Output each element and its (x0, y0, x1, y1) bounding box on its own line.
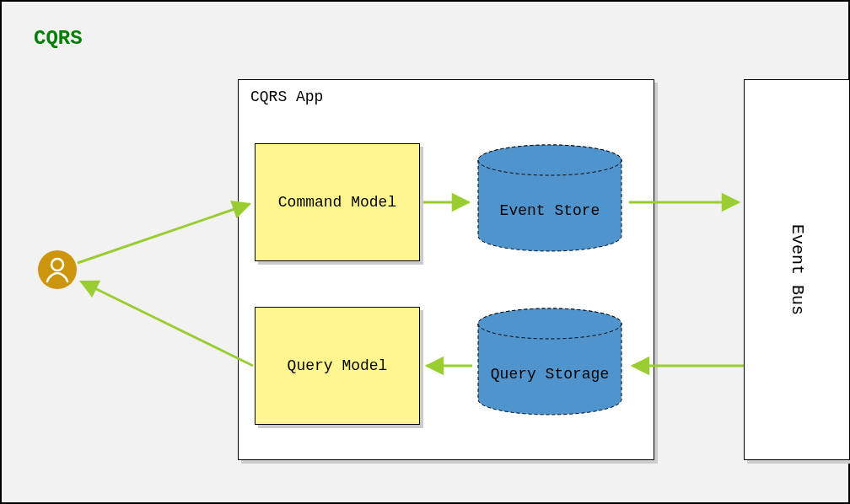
command-model-label: Command Model (278, 194, 396, 211)
event-store-cylinder: Event Store (474, 143, 626, 253)
event-bus-box: Event Bus (744, 79, 850, 460)
user-icon (37, 249, 78, 290)
query-storage-label: Query Storage (474, 366, 626, 383)
arrow-user-to-command (78, 204, 250, 263)
query-storage-cylinder: Query Storage (474, 307, 626, 416)
diagram-canvas: CQRS CQRS App Event Bus Command Model Qu… (0, 0, 850, 504)
command-model-box: Command Model (255, 143, 420, 261)
svg-point-3 (478, 145, 621, 175)
query-model-label: Query Model (288, 357, 388, 374)
cqrs-app-label: CQRS App (250, 88, 323, 105)
event-bus-label: Event Bus (788, 224, 807, 315)
diagram-title: CQRS (34, 27, 83, 50)
arrow-querymodel-to-user (81, 281, 253, 366)
event-store-label: Event Store (474, 202, 626, 219)
svg-point-5 (478, 308, 621, 339)
query-model-box: Query Model (255, 307, 420, 425)
